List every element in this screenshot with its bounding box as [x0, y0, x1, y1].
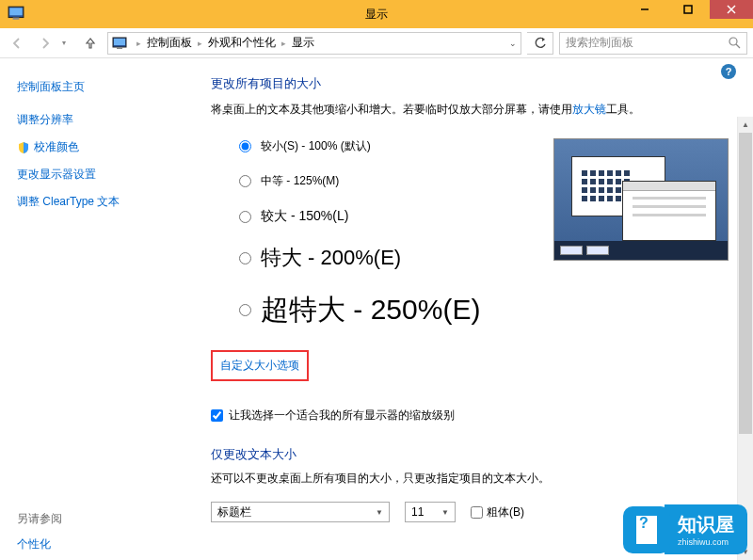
- history-dropdown[interactable]: ▾: [62, 39, 73, 47]
- page-description: 将桌面上的文本及其他项缩小和增大。若要临时仅放大部分屏幕，请使用放大镜工具。: [211, 102, 732, 118]
- shield-icon: [17, 141, 30, 154]
- bold-checkbox-row[interactable]: 粗体(B): [471, 504, 524, 520]
- maximize-button[interactable]: [666, 0, 710, 19]
- sidebar-link-calibrate[interactable]: 校准颜色: [17, 139, 184, 155]
- scroll-thumb[interactable]: [739, 133, 752, 434]
- all-displays-checkbox[interactable]: [211, 409, 223, 422]
- item-dropdown[interactable]: 标题栏▼: [211, 502, 390, 522]
- app-icon: [8, 5, 26, 24]
- back-button[interactable]: [6, 32, 28, 55]
- text-only-description: 还可以不更改桌面上所有项目的大小，只更改指定项目的文本大小。: [211, 471, 732, 487]
- preview-image: [553, 138, 729, 261]
- main-content: 更改所有项目的大小 将桌面上的文本及其他项缩小和增大。若要临时仅放大部分屏幕，请…: [194, 58, 753, 560]
- breadcrumb-dropdown-icon[interactable]: ⌄: [509, 39, 517, 48]
- sidebar: 控制面板主页 调整分辨率 校准颜色 更改显示器设置 调整 ClearType 文…: [0, 58, 194, 560]
- page-heading: 更改所有项目的大小: [211, 75, 732, 92]
- breadcrumb[interactable]: ▸ 控制面板 ▸ 外观和个性化 ▸ 显示 ⌄: [107, 32, 521, 55]
- scale-option-250[interactable]: 超特大 - 250%(E): [239, 291, 553, 329]
- forward-button[interactable]: [34, 32, 56, 55]
- scale-option-150[interactable]: 较大 - 150%(L): [239, 208, 553, 225]
- chevron-down-icon: ▼: [376, 508, 383, 517]
- bold-checkbox[interactable]: [471, 506, 483, 519]
- custom-size-link[interactable]: 自定义大小选项: [220, 359, 299, 372]
- control-panel-icon: [112, 36, 127, 51]
- scale-option-125[interactable]: 中等 - 125%(M): [239, 173, 553, 189]
- sidebar-link-cleartype[interactable]: 调整 ClearType 文本: [17, 194, 184, 210]
- svg-rect-9: [117, 47, 122, 49]
- sidebar-link-personalization[interactable]: 个性化: [17, 536, 184, 552]
- chevron-down-icon: ▼: [441, 508, 449, 517]
- scale-radio[interactable]: [239, 252, 251, 264]
- watermark-title: 知识屋: [678, 512, 734, 537]
- close-button[interactable]: [710, 0, 753, 19]
- svg-rect-4: [684, 6, 692, 13]
- scale-radio[interactable]: [239, 175, 251, 187]
- sidebar-link-display-settings[interactable]: 更改显示器设置: [17, 167, 184, 183]
- breadcrumb-item[interactable]: 显示: [290, 35, 316, 51]
- svg-point-10: [729, 38, 737, 45]
- watermark: ? 知识屋zhishiwu.com: [623, 504, 747, 554]
- scroll-up-button[interactable]: ▲: [738, 117, 753, 133]
- up-button[interactable]: [79, 32, 102, 55]
- vertical-scrollbar[interactable]: ▲ ▼: [737, 117, 753, 560]
- breadcrumb-item[interactable]: 外观和个性化: [206, 35, 278, 51]
- watermark-url: zhishiwu.com: [678, 537, 734, 547]
- scale-radio[interactable]: [239, 211, 251, 223]
- all-displays-label: 让我选择一个适合我的所有显示器的缩放级别: [229, 408, 455, 424]
- scale-radio[interactable]: [239, 304, 251, 316]
- navigation-bar: ▾ ▸ 控制面板 ▸ 外观和个性化 ▸ 显示 ⌄ 搜索控制面板: [0, 28, 753, 58]
- svg-rect-8: [114, 39, 125, 45]
- magnifier-link[interactable]: 放大镜: [572, 103, 606, 116]
- text-only-heading: 仅更改文本大小: [211, 446, 732, 463]
- svg-line-11: [736, 44, 740, 48]
- scale-options: 较小(S) - 100% (默认) 中等 - 125%(M) 较大 - 150%…: [211, 138, 553, 348]
- control-panel-home-link[interactable]: 控制面板主页: [17, 79, 184, 95]
- search-icon: [729, 37, 741, 49]
- scale-option-100[interactable]: 较小(S) - 100% (默认): [239, 138, 553, 154]
- minimize-button[interactable]: [623, 0, 666, 19]
- window-titlebar: 显示: [0, 0, 753, 28]
- scale-option-200[interactable]: 特大 - 200%(E): [239, 244, 553, 272]
- svg-rect-2: [13, 18, 20, 20]
- see-also-heading: 另请参阅: [17, 511, 184, 527]
- search-input[interactable]: 搜索控制面板: [559, 32, 747, 55]
- scale-radio[interactable]: [239, 140, 251, 152]
- search-placeholder: 搜索控制面板: [566, 35, 633, 51]
- breadcrumb-item[interactable]: 控制面板: [145, 35, 194, 51]
- watermark-badge: ?: [623, 506, 670, 553]
- svg-rect-1: [9, 8, 23, 15]
- sidebar-link-resolution[interactable]: 调整分辨率: [17, 112, 184, 128]
- refresh-button[interactable]: [527, 32, 553, 55]
- window-title: 显示: [365, 7, 388, 23]
- size-dropdown[interactable]: 11▼: [405, 502, 456, 522]
- custom-size-highlight: 自定义大小选项: [211, 350, 309, 381]
